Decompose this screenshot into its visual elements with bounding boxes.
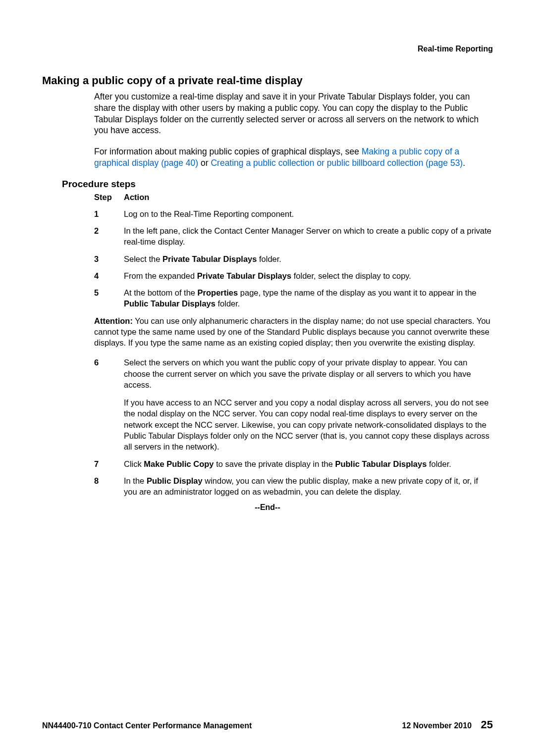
procedure-title: Procedure steps [62,179,493,190]
s6-para-a: Select the servers on which you want the… [124,357,493,390]
end-marker: --End-- [42,503,493,512]
s5-b2: Public Tabular Displays [124,299,215,308]
attention-block: Attention: You can use only alphanumeric… [94,315,493,349]
step-number: 3 [94,253,124,264]
s5-mid: page, type the name of the display as yo… [238,288,477,297]
step-number: 5 [94,287,124,309]
step-3: 3 Select the Private Tabular Displays fo… [94,253,493,264]
s4-pre: From the expanded [124,271,197,280]
step-text: At the bottom of the Properties page, ty… [124,287,493,309]
s7-pre: Click [124,459,144,468]
step-text: From the expanded Private Tabular Displa… [124,270,493,281]
step-header-step: Step [94,192,124,202]
intro2-pre: For information about making public copi… [94,147,362,156]
step-text: Select the Private Tabular Displays fold… [124,253,493,264]
step-header-action: Action [124,192,493,202]
step-text: Select the servers on which you want the… [124,357,493,452]
s4-bold: Private Tabular Displays [197,271,291,280]
step-text: Log on to the Real-Time Reporting compon… [124,208,493,219]
s5-pre: At the bottom of the [124,288,198,297]
intro-paragraph-1: After you customize a real-time display … [94,91,493,136]
step-1: 1 Log on to the Real-Time Reporting comp… [94,208,493,219]
step-number: 6 [94,357,124,452]
step-number: 7 [94,458,124,469]
page-footer: NN44400-710 Contact Center Performance M… [42,718,493,731]
page-number: 25 [481,718,493,731]
s8-pre: In the [124,476,147,485]
step-6: 6 Select the servers on which you want t… [94,357,493,452]
step-number: 8 [94,475,124,498]
step-number: 1 [94,208,124,219]
s7-mid: to save the private display in the [214,459,335,468]
s5-b1: Properties [198,288,238,297]
footer-left: NN44400-710 Contact Center Performance M… [42,721,252,730]
step-number: 4 [94,270,124,281]
intro-paragraph-2: For information about making public copi… [94,146,493,169]
footer-right: 12 November 2010 25 [402,718,493,731]
s6-para-b: If you have access to an NCC server and … [124,397,493,452]
s7-post: folder. [427,459,451,468]
link-billboard-collection[interactable]: Creating a public collection or public b… [211,158,463,168]
s5-post: folder. [215,299,240,308]
s8-b: Public Display [147,476,203,485]
step-text: In the Public Display window, you can vi… [124,475,493,498]
step-number: 2 [94,225,124,248]
s4-post: folder, select the display to copy. [291,271,411,280]
step-header-row: Step Action [94,192,493,202]
s7-b2: Public Tabular Displays [335,459,427,468]
s7-b1: Make Public Copy [144,459,214,468]
s3-pre: Select the [124,254,162,263]
footer-date: 12 November 2010 [402,721,472,730]
step-2: 2 In the left pane, click the Contact Ce… [94,225,493,248]
step-4: 4 From the expanded Private Tabular Disp… [94,270,493,281]
step-5: 5 At the bottom of the Properties page, … [94,287,493,309]
intro2-mid: or [198,158,211,168]
intro2-post: . [463,158,465,168]
step-text: Click Make Public Copy to save the priva… [124,458,493,469]
section-title: Making a public copy of a private real-t… [42,74,493,87]
step-7: 7 Click Make Public Copy to save the pri… [94,458,493,469]
step-text: In the left pane, click the Contact Cent… [124,225,493,248]
s3-bold: Private Tabular Displays [162,254,257,263]
running-header: Real-time Reporting [42,45,493,53]
s3-post: folder. [257,254,281,263]
step-8: 8 In the Public Display window, you can … [94,475,493,498]
attention-text: You can use only alphanumeric characters… [94,316,490,348]
attention-label: Attention: [94,316,133,325]
